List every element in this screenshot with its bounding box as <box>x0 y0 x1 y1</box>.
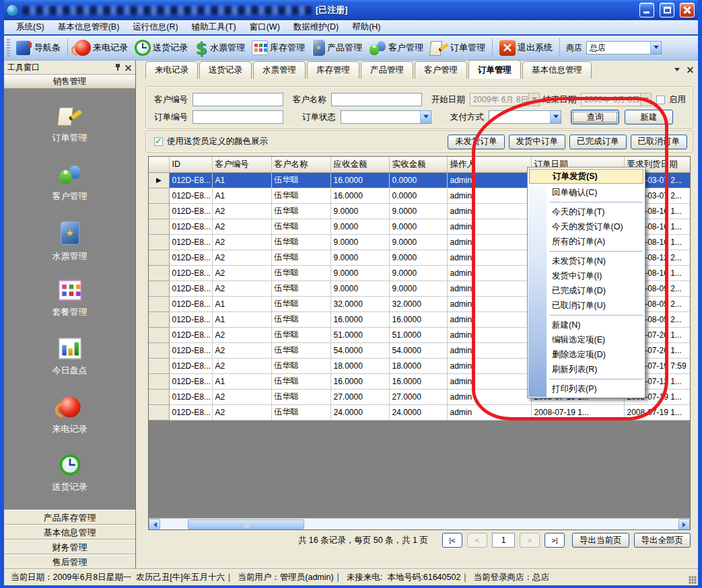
chevron-down-icon[interactable] <box>550 111 561 123</box>
tab-item[interactable]: 送货记录 <box>199 61 252 79</box>
toolbar-button[interactable]: 订单管理 <box>427 38 489 57</box>
scrollbar-thumb[interactable] <box>188 519 304 529</box>
toolbar-grip[interactable] <box>7 39 10 57</box>
tab-item[interactable]: 客户管理 <box>415 61 467 79</box>
toolbar-button[interactable]: 库存管理 <box>248 39 308 57</box>
enable-checkbox[interactable] <box>656 96 665 104</box>
menu-item[interactable]: 帮助(H) <box>345 22 387 33</box>
order-no-input[interactable] <box>192 110 283 124</box>
menu-item[interactable]: 运行信息(R) <box>126 22 184 33</box>
row-selector-cell[interactable] <box>149 342 169 358</box>
context-menu-item[interactable]: 已取消订单(U) <box>528 298 645 313</box>
context-menu-item[interactable]: 打印列表(P) <box>528 381 645 396</box>
context-menu-item[interactable]: 删除选定项(D) <box>528 347 645 362</box>
context-menu-item[interactable]: 今天的发货订单(O) <box>528 219 645 234</box>
sidebar-item[interactable]: 水票管理 <box>30 219 110 277</box>
new-button[interactable]: 新建 <box>625 110 673 124</box>
customer-name-input[interactable] <box>331 93 422 106</box>
sidebar-section-bar[interactable]: 售后管理 <box>4 554 135 569</box>
toolbar-button[interactable]: 产品管理 <box>308 38 365 57</box>
menu-item[interactable]: 窗口(W) <box>243 22 287 33</box>
first-page-button[interactable]: |< <box>442 533 462 548</box>
column-header[interactable]: 客户名称 <box>271 157 330 172</box>
status-filter-button[interactable]: 未发货订单 <box>448 135 505 149</box>
sidebar-item[interactable]: 今日盘点 <box>30 335 110 394</box>
store-select[interactable]: 总店 <box>586 41 662 54</box>
resize-grip[interactable] <box>689 576 697 584</box>
chevron-down-icon[interactable] <box>674 68 680 74</box>
start-date-picker[interactable]: 2009年 6月 8日 <box>470 93 540 106</box>
row-selector-cell[interactable] <box>149 311 169 327</box>
page-number-input[interactable] <box>492 533 515 548</box>
sidebar-item[interactable]: 客户管理 <box>30 161 110 219</box>
export-current-page-button[interactable]: 导出当前页 <box>572 533 629 548</box>
scroll-left-icon[interactable] <box>149 519 160 530</box>
payment-select[interactable] <box>489 110 561 124</box>
order-status-select[interactable] <box>341 110 431 124</box>
toolbar-button[interactable]: 水票管理 <box>191 38 248 58</box>
column-header[interactable]: ID <box>169 157 212 172</box>
menu-item[interactable]: 辅助工具(T) <box>185 22 243 33</box>
row-selector-cell[interactable] <box>149 281 169 296</box>
context-menu-item[interactable]: 编辑选定项(E) <box>528 332 645 347</box>
column-header[interactable]: 实收金额 <box>389 157 447 172</box>
search-button[interactable]: 查询 <box>571 110 619 124</box>
sidebar-section-sales[interactable]: 销售管理 <box>4 75 135 89</box>
chevron-down-icon[interactable] <box>420 111 431 123</box>
toolbar-button[interactable]: 导航条 <box>13 39 64 57</box>
tab-close-icon[interactable] <box>687 66 694 73</box>
scroll-right-icon[interactable] <box>678 519 690 530</box>
status-filter-button[interactable]: 已取消订单 <box>631 135 688 149</box>
color-option-checkbox[interactable] <box>154 137 163 146</box>
tab-active[interactable]: 订单管理 <box>468 60 521 79</box>
sidebar-item[interactable]: 来电记录 <box>30 394 110 452</box>
sidebar-section-bar[interactable]: 基本信息管理 <box>4 525 135 540</box>
context-menu-item[interactable]: 订单发货(S) <box>529 169 643 184</box>
toolbar-button[interactable]: 来电记录 <box>71 38 131 57</box>
sidebar-section-bar[interactable]: 财务管理 <box>4 540 135 554</box>
row-selector-cell[interactable] <box>149 219 169 234</box>
row-selector-cell[interactable] <box>149 358 169 373</box>
column-header[interactable]: 客户编号 <box>212 157 271 172</box>
export-all-pages-button[interactable]: 导出全部页 <box>634 533 691 548</box>
context-menu-item[interactable]: 回单确认(C) <box>528 185 645 200</box>
end-date-picker[interactable]: 2009年 6月 8日 <box>581 93 652 106</box>
tab-item[interactable]: 来电记录 <box>145 61 198 79</box>
tab-item[interactable]: 库存管理 <box>307 61 359 79</box>
context-menu-item[interactable]: 未发货订单(N) <box>528 254 645 268</box>
row-selector-cell[interactable] <box>149 404 169 420</box>
maximize-button[interactable] <box>660 3 674 17</box>
row-selector-cell[interactable] <box>149 234 169 250</box>
sidebar-item[interactable]: 订单管理 <box>30 102 110 161</box>
tab-item[interactable]: 产品管理 <box>361 61 413 79</box>
toolbar-button[interactable]: 客户管理 <box>365 38 427 57</box>
sidebar-item[interactable]: 送货记录 <box>30 451 110 510</box>
sidebar-section-bar[interactable]: 产品库存管理 <box>4 510 135 525</box>
status-filter-button[interactable]: 发货中订单 <box>509 135 566 149</box>
column-header[interactable]: 应收金额 <box>330 157 389 172</box>
toolbar-button[interactable]: 送货记录 <box>131 38 191 57</box>
close-button[interactable] <box>680 3 695 17</box>
prev-page-button[interactable]: < <box>467 533 487 548</box>
customer-no-input[interactable] <box>192 93 283 106</box>
row-selector-cell[interactable] <box>149 373 169 389</box>
toolbar-button[interactable]: 退出系统 <box>496 38 556 57</box>
row-selector-cell[interactable] <box>149 296 169 311</box>
row-selector-cell[interactable] <box>149 250 169 265</box>
column-header[interactable] <box>149 157 169 172</box>
row-selector-cell[interactable] <box>149 188 169 203</box>
tab-item[interactable]: 水票管理 <box>253 61 306 79</box>
menu-item[interactable]: 数据维护(D) <box>287 22 345 33</box>
row-selector-cell[interactable] <box>149 327 169 342</box>
tab-item[interactable]: 基本信息管理 <box>522 61 592 79</box>
column-header[interactable]: 操作人 <box>447 157 531 172</box>
horizontal-scrollbar[interactable] <box>149 518 690 529</box>
context-menu-item[interactable]: 发货中订单(I) <box>528 268 645 283</box>
context-menu-item[interactable]: 已完成订单(D) <box>528 283 645 298</box>
table-row[interactable]: 012D-E8...A2伍华聪24.000024.0000admin2008-0… <box>149 404 691 420</box>
row-selector-cell[interactable] <box>149 389 169 404</box>
row-selector-cell[interactable]: ▶ <box>149 172 169 188</box>
row-selector-cell[interactable] <box>149 265 169 281</box>
context-menu-item[interactable]: 所有的订单(A) <box>528 234 645 249</box>
pin-icon[interactable] <box>114 63 121 71</box>
